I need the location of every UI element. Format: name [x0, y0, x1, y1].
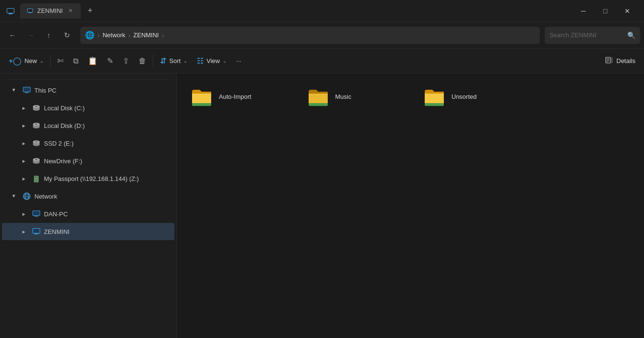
address-bar[interactable]: 🌐 › Network › ZENMINI ›	[80, 27, 540, 44]
disk-c-icon	[32, 103, 41, 113]
copy-btn[interactable]: ⧉	[68, 52, 83, 71]
view-icon: ☷	[197, 56, 204, 65]
sort-icon: ⇵	[160, 56, 166, 65]
drive-f-icon	[32, 156, 41, 166]
tab-label: ZENMINI	[37, 7, 63, 14]
app-icon	[6, 6, 15, 16]
new-btn[interactable]: +◯ New ⌄	[4, 52, 48, 71]
ssd-e-icon	[32, 138, 41, 148]
tab-zenmini[interactable]: ZENMINI ✕	[20, 3, 81, 19]
svg-rect-5	[28, 9, 32, 12]
content-area: Auto-Import Music	[177, 74, 644, 338]
sidebar-item-mypassport-z[interactable]: ► My Passport (\\192.168.1.144) (Z:)	[2, 170, 174, 187]
svg-rect-42	[34, 233, 38, 234]
divider-1	[50, 54, 51, 68]
svg-rect-40	[33, 211, 40, 215]
sidebar: ► This PC ► Local Disk (C	[0, 74, 177, 338]
refresh-btn[interactable]: ↻	[58, 27, 75, 44]
details-label: Details	[616, 57, 635, 64]
share-icon: ⇪	[123, 56, 129, 65]
view-btn[interactable]: ☷ View ⌄	[192, 52, 231, 71]
svg-point-29	[35, 159, 38, 160]
chevron-network: ►	[10, 191, 19, 201]
chevron-this-pc: ►	[10, 85, 19, 95]
sidebar-item-dan-pc[interactable]: ► DAN-PC	[2, 205, 174, 222]
cut-icon: ✄	[57, 56, 64, 65]
share-btn[interactable]: ⇪	[118, 52, 134, 71]
svg-rect-43	[33, 229, 40, 233]
svg-rect-2	[7, 9, 14, 13]
folder-auto-import[interactable]: Auto-Import	[184, 81, 290, 112]
more-label: ···	[236, 57, 241, 64]
zenmini-label: ZENMINI	[44, 228, 167, 235]
copy-icon: ⧉	[73, 57, 78, 65]
sidebar-item-newdrive-f[interactable]: ► NewDrive (F:)	[2, 152, 174, 169]
address-crumb-zenmini[interactable]: ZENMINI	[133, 32, 159, 39]
disk-d-icon	[32, 121, 41, 130]
newdrive-f-label: NewDrive (F:)	[44, 158, 167, 165]
sort-chevron: ⌄	[183, 58, 187, 63]
rename-btn[interactable]: ✎	[102, 52, 118, 71]
passport-z-icon	[32, 174, 41, 183]
minimize-btn[interactable]: ─	[572, 0, 594, 22]
close-btn[interactable]: ✕	[616, 0, 638, 22]
back-btn[interactable]: ←	[4, 27, 21, 44]
rename-icon: ✎	[107, 56, 113, 65]
address-sep-3: ›	[161, 32, 164, 39]
folder-unsorted[interactable]: Unsorted	[417, 81, 522, 112]
address-sep-2: ›	[128, 32, 130, 39]
svg-rect-13	[23, 87, 30, 92]
pc-icon	[22, 85, 32, 95]
local-disk-d-label: Local Disk (D:)	[44, 122, 167, 129]
more-btn[interactable]: ···	[231, 52, 246, 71]
chevron-dan-pc: ►	[19, 209, 29, 219]
dan-pc-icon	[32, 209, 41, 219]
unsorted-folder-icon	[423, 85, 446, 108]
chevron-local-disk-c: ►	[19, 103, 29, 113]
cut-btn[interactable]: ✄	[53, 52, 68, 71]
music-label: Music	[335, 93, 352, 100]
tab-bar: ZENMINI ✕ +	[20, 3, 97, 19]
delete-btn[interactable]: 🗑	[134, 52, 151, 71]
local-disk-c-label: Local Disk (C:)	[44, 105, 167, 112]
command-bar: +◯ New ⌄ ✄ ⧉ 📋 ✎ ⇪ 🗑 ⇵ Sort ⌄ ☷ View ⌄ ·…	[0, 49, 644, 74]
sidebar-divider-top	[8, 79, 169, 80]
chevron-mypassport-z: ►	[19, 174, 29, 183]
address-crumb-network[interactable]: Network	[103, 32, 126, 39]
svg-point-21	[35, 124, 38, 125]
tab-close-btn[interactable]: ✕	[66, 7, 74, 15]
ssd2-e-label: SSD 2 (E:)	[44, 140, 167, 147]
up-btn[interactable]: ↑	[40, 27, 57, 44]
maximize-btn[interactable]: □	[594, 0, 616, 22]
paste-btn[interactable]: 📋	[83, 52, 102, 71]
folder-music[interactable]: Music	[301, 81, 406, 112]
sidebar-item-zenmini[interactable]: ► ZENMINI	[2, 223, 174, 240]
new-label: New	[24, 57, 37, 64]
zenmini-icon	[32, 227, 41, 236]
up-icon: ↑	[47, 31, 51, 39]
view-chevron: ⌄	[223, 58, 226, 63]
delete-icon: 🗑	[139, 57, 146, 65]
title-bar: ZENMINI ✕ + ─ □ ✕	[0, 0, 644, 22]
new-tab-btn[interactable]: +	[83, 4, 97, 18]
sort-btn[interactable]: ⇵ Sort ⌄	[155, 52, 192, 71]
sidebar-item-ssd2-e[interactable]: ► SSD 2 (E:)	[2, 135, 174, 152]
address-sep-1: ›	[97, 32, 100, 39]
svg-rect-7	[612, 57, 612, 63]
sidebar-item-local-disk-d[interactable]: ► Local Disk (D:)	[2, 117, 174, 134]
search-bar[interactable]: 🔍	[545, 27, 640, 44]
folder-grid: Auto-Import Music	[184, 81, 636, 112]
new-icon: +◯	[9, 56, 21, 65]
search-input[interactable]	[549, 32, 623, 39]
auto-import-label: Auto-Import	[219, 93, 251, 100]
auto-import-folder-icon	[190, 85, 213, 108]
paste-icon: 📋	[88, 56, 97, 65]
sidebar-item-local-disk-c[interactable]: ► Local Disk (C:)	[2, 99, 174, 116]
search-icon[interactable]: 🔍	[627, 32, 635, 39]
details-btn[interactable]: Details	[600, 52, 640, 71]
svg-rect-39	[34, 216, 38, 217]
sidebar-item-network[interactable]: ► Network	[2, 188, 174, 205]
forward-btn[interactable]: →	[22, 27, 39, 44]
svg-rect-1	[9, 13, 12, 14]
sidebar-item-this-pc[interactable]: ► This PC	[2, 82, 174, 99]
